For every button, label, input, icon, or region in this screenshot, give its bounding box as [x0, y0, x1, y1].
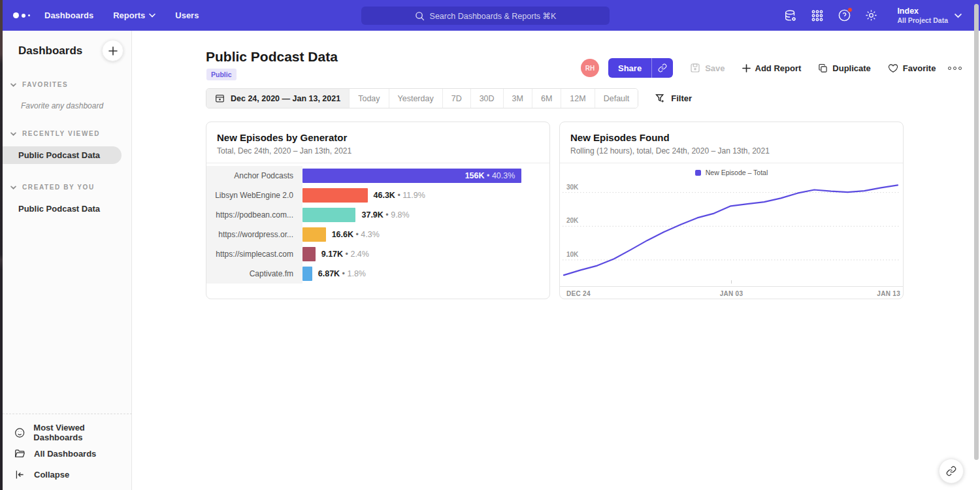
avatar[interactable]: RH — [581, 59, 599, 77]
bar-chart-rows: Anchor Podcasts156K • 40.3%Libsyn WebEng… — [206, 163, 549, 284]
line-series — [564, 185, 898, 275]
bar[interactable] — [302, 227, 326, 242]
chevron-down-icon — [149, 13, 155, 18]
filter-button[interactable]: Filter — [655, 93, 692, 104]
save-icon — [690, 63, 700, 73]
section-recently-viewed[interactable]: RECENTLY VIEWED — [3, 130, 131, 137]
copy-link-floating-button[interactable] — [939, 459, 964, 483]
settings-gear-icon[interactable] — [864, 8, 878, 23]
preset-today[interactable]: Today — [349, 89, 388, 108]
link-icon — [658, 63, 667, 73]
share-link-button[interactable] — [651, 58, 673, 78]
duplicate-button[interactable]: Duplicate — [818, 63, 871, 73]
project-switcher[interactable]: Index All Project Data — [897, 7, 962, 25]
line-chart-svg: 10K20K30K — [563, 179, 900, 284]
apps-grid-icon[interactable] — [810, 8, 825, 23]
section-favorites[interactable]: FAVORITES — [3, 81, 131, 88]
chevron-down-icon — [10, 132, 16, 136]
nav-item-reports[interactable]: Reports — [113, 10, 155, 20]
sidebar-footer: Most Viewed Dashboards All Dashboards Co… — [3, 414, 132, 485]
help-icon[interactable] — [837, 8, 851, 23]
preset-yesterday[interactable]: Yesterday — [389, 89, 442, 108]
date-range-picker[interactable]: Dec 24, 2020 — Jan 13, 2021 — [206, 89, 349, 108]
bar-chart-subtitle: Total, Dec 24th, 2020 – Jan 13th, 2021 — [217, 146, 539, 155]
nav-item-dashboards[interactable]: Dashboards — [44, 10, 93, 20]
x-axis-labels: DEC 24 JAN 03 JAN 13 — [560, 286, 903, 299]
preset-30d[interactable]: 30D — [470, 89, 503, 108]
main-content: Public Podcast Data Public RH Share Save… — [133, 31, 980, 490]
plus-icon — [108, 46, 118, 56]
bar-category-label: https://wordpress.or... — [206, 225, 302, 244]
favorite-button[interactable]: Favorite — [888, 63, 936, 73]
preset-default[interactable]: Default — [595, 89, 638, 108]
search-input[interactable]: Search Dashboards & Reports ⌘K — [361, 7, 610, 25]
heart-icon — [888, 63, 898, 73]
bar-chart-card: New Episodes by Generator Total, Dec 24t… — [206, 122, 550, 299]
section-created-by-you[interactable]: CREATED BY YOU — [3, 184, 131, 191]
line-chart-title: New Episodes Found — [570, 132, 892, 143]
add-dashboard-button[interactable] — [102, 40, 123, 61]
bar[interactable] — [302, 247, 316, 261]
report-cards: New Episodes by Generator Total, Dec 24t… — [206, 122, 904, 299]
bar-row: https://podbean.com...37.9K • 9.8% — [206, 205, 549, 225]
x-tick-label: DEC 24 — [566, 290, 591, 297]
bar-category-label: Libsyn WebEngine 2.0 — [206, 186, 302, 205]
vertical-scrollbar[interactable] — [974, 4, 979, 460]
bar-value-label: 156K • 40.3% — [465, 171, 522, 180]
bar[interactable] — [302, 208, 355, 222]
chevron-down-icon — [10, 83, 16, 87]
nav-item-users[interactable]: Users — [175, 10, 199, 20]
line-chart-card: New Episodes Found Rolling (12 hours), t… — [559, 122, 904, 299]
date-toolbar: Dec 24, 2020 — Jan 13, 2021 TodayYesterd… — [206, 88, 692, 108]
sidebar-item-public-podcast-data-2[interactable]: Public Podcast Data — [3, 200, 131, 218]
search-icon — [415, 11, 425, 21]
bar-category-label: https://podbean.com... — [206, 205, 302, 225]
collapse-sidebar-button[interactable]: Collapse — [14, 464, 132, 485]
preset-12m[interactable]: 12M — [561, 89, 594, 108]
svg-text:20K: 20K — [566, 217, 579, 224]
project-name: Index — [897, 7, 948, 17]
more-options-button[interactable] — [948, 67, 962, 70]
header-actions: RH Share Save Add Report Duplicate Favor… — [581, 58, 962, 78]
sidebar: Dashboards FAVORITES Favorite any dashbo… — [3, 31, 132, 490]
x-tick-label: JAN 13 — [877, 290, 900, 297]
collapse-icon — [14, 469, 25, 480]
background-edge — [0, 0, 3, 490]
bar-chart-title: New Episodes by Generator — [217, 132, 539, 143]
all-dashboards-button[interactable]: All Dashboards — [14, 443, 132, 464]
preset-6m[interactable]: 6M — [532, 89, 561, 108]
nav-right-cluster: Index All Project Data — [783, 0, 962, 31]
preset-7d[interactable]: 7D — [442, 89, 470, 108]
add-report-button[interactable]: Add Report — [742, 63, 802, 73]
chevron-down-icon — [10, 186, 16, 189]
nav-menu: Dashboards Reports Users — [44, 10, 199, 20]
save-button[interactable]: Save — [690, 63, 725, 73]
project-scope: All Project Data — [897, 16, 948, 24]
share-button-group: Share — [608, 58, 673, 78]
bar-value-label: 37.9K • 9.8% — [361, 210, 409, 220]
bar-row: Libsyn WebEngine 2.046.3K • 11.9% — [206, 186, 549, 205]
date-range-group: Dec 24, 2020 — Jan 13, 2021 TodayYesterd… — [206, 88, 638, 108]
bar[interactable]: 156K • 40.3% — [302, 169, 521, 183]
visibility-badge: Public — [206, 69, 237, 80]
date-presets: TodayYesterday7D30D3M6M12MDefault — [349, 89, 638, 108]
top-navbar: Dashboards Reports Users Search Dashboar… — [0, 0, 980, 31]
bar[interactable] — [302, 267, 312, 281]
bar-value-label: 16.6K • 4.3% — [332, 230, 380, 239]
legend-swatch — [695, 170, 701, 176]
share-button[interactable]: Share — [608, 58, 651, 78]
preset-3m[interactable]: 3M — [503, 89, 532, 108]
app-logo-icon[interactable] — [13, 12, 39, 18]
bar-category-label: https://simplecast.com — [206, 244, 302, 264]
calendar-icon — [215, 93, 225, 103]
bar-value-label: 9.17K • 2.4% — [321, 250, 369, 259]
bar[interactable] — [302, 188, 368, 203]
sidebar-item-public-podcast-data[interactable]: Public Podcast Data — [3, 146, 122, 164]
plus-icon — [742, 64, 751, 73]
folder-icon — [14, 448, 25, 459]
data-sources-icon[interactable] — [783, 8, 798, 23]
most-viewed-dashboards-button[interactable]: Most Viewed Dashboards — [14, 422, 132, 443]
link-icon — [946, 466, 956, 476]
svg-text:10K: 10K — [566, 251, 579, 258]
chevron-down-icon — [955, 13, 962, 18]
